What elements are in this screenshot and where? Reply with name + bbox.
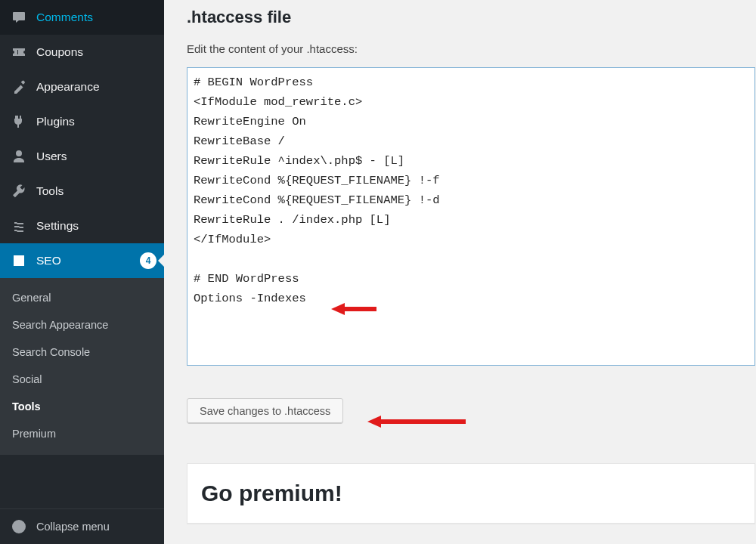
submenu-item-general[interactable]: General xyxy=(0,284,164,311)
users-icon xyxy=(11,148,27,165)
sidebar-item-label: Users xyxy=(36,150,156,163)
sidebar-item-label: Plugins xyxy=(36,115,156,128)
save-htaccess-button[interactable]: Save changes to .htaccess xyxy=(187,398,343,424)
sidebar-item-label: Tools xyxy=(36,184,156,198)
collapse-menu-button[interactable]: Collapse menu xyxy=(0,508,164,544)
seo-badge: 4 xyxy=(140,252,156,269)
sidebar-item-label: SEO xyxy=(36,254,128,267)
coupons-icon xyxy=(11,44,27,60)
sidebar-item-label: Appearance xyxy=(36,80,156,94)
sidebar-item-label: Comments xyxy=(36,11,156,24)
submenu-item-search-appearance[interactable]: Search Appearance xyxy=(0,311,164,338)
collapse-icon xyxy=(11,518,27,535)
settings-icon xyxy=(11,218,27,234)
htaccess-textarea[interactable] xyxy=(187,67,755,366)
sidebar-item-users[interactable]: Users xyxy=(0,139,164,174)
comments-icon xyxy=(11,9,27,26)
plugins-icon xyxy=(11,113,27,130)
sidebar-item-plugins[interactable]: Plugins xyxy=(0,104,164,139)
sidebar-item-seo[interactable]: SEO 4 xyxy=(0,243,164,278)
premium-title: Go premium! xyxy=(201,481,741,506)
submenu-item-social[interactable]: Social xyxy=(0,366,164,393)
submenu-item-tools[interactable]: Tools xyxy=(0,393,164,420)
tools-icon xyxy=(11,183,27,199)
sidebar-item-comments[interactable]: Comments xyxy=(0,0,164,35)
seo-submenu: General Search Appearance Search Console… xyxy=(0,278,164,455)
sidebar-item-appearance[interactable]: Appearance xyxy=(0,70,164,104)
sidebar-item-label: Coupons xyxy=(36,45,156,59)
sidebar-item-settings[interactable]: Settings xyxy=(0,209,164,243)
appearance-icon xyxy=(11,79,27,95)
sidebar-item-coupons[interactable]: Coupons xyxy=(0,35,164,70)
seo-icon xyxy=(11,252,27,269)
submenu-item-search-console[interactable]: Search Console xyxy=(0,338,164,366)
section-title-htaccess: .htaccess file xyxy=(187,8,756,27)
sidebar-item-label: Settings xyxy=(36,219,156,233)
admin-sidebar: Comments Coupons Appearance Plugins User… xyxy=(0,0,164,544)
submenu-item-premium[interactable]: Premium xyxy=(0,420,164,447)
htaccess-description: Edit the content of your .htaccess: xyxy=(187,42,756,55)
collapse-label: Collapse menu xyxy=(36,521,110,533)
main-content: .htaccess file Edit the content of your … xyxy=(164,0,756,544)
sidebar-item-tools[interactable]: Tools xyxy=(0,174,164,209)
premium-box: Go premium! xyxy=(187,463,755,524)
